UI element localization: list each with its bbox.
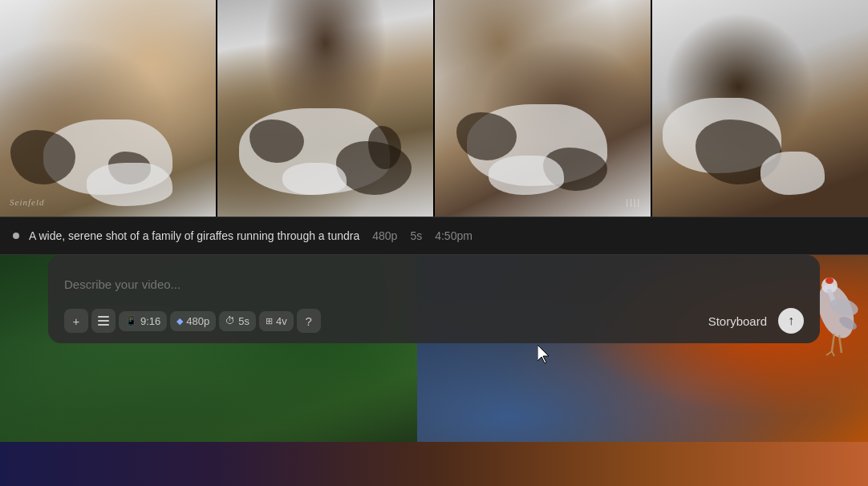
duration-button[interactable]: ⏱ 5s — [219, 311, 256, 331]
list-icon — [98, 314, 109, 328]
bottom-strip — [0, 442, 868, 486]
storyboard-label: Storyboard — [708, 314, 767, 328]
video-grid: Seinfeld |||| — [0, 0, 868, 217]
watermark-3: |||| — [627, 198, 641, 207]
video-cell-1: Seinfeld — [0, 0, 217, 217]
svg-rect-12 — [98, 324, 109, 326]
diamond-icon: ◆ — [176, 316, 183, 326]
caption-resolution: 480p — [372, 229, 397, 242]
caption-time: 4:50pm — [435, 229, 473, 242]
svg-point-2 — [825, 277, 834, 284]
variants-label: 4v — [276, 315, 287, 327]
question-icon: ? — [306, 314, 312, 328]
duration-label: 5s — [238, 315, 249, 327]
svg-line-6 — [832, 334, 834, 351]
svg-line-9 — [832, 351, 834, 356]
svg-line-8 — [826, 351, 832, 355]
caption-dot — [13, 233, 19, 239]
video-cell-4 — [652, 0, 868, 217]
clock-icon: ⏱ — [225, 315, 235, 326]
svg-rect-11 — [98, 320, 109, 322]
mobile-icon: 📱 — [125, 315, 137, 326]
watermark-1: Seinfeld — [10, 197, 44, 207]
caption-duration: 5s — [410, 229, 422, 242]
submit-button[interactable]: ↑ — [778, 308, 804, 334]
caption-text: A wide, serene shot of a family of giraf… — [29, 229, 359, 242]
svg-rect-10 — [98, 316, 109, 318]
toolbar: + 📱 9:16 ◆ 480p ⏱ 5s ⊞ 4v — [64, 308, 804, 334]
caption-bar: A wide, serene shot of a family of giraf… — [0, 217, 868, 255]
aspect-ratio-label: 9:16 — [140, 315, 160, 327]
list-button[interactable] — [91, 309, 116, 333]
help-button[interactable]: ? — [297, 309, 321, 333]
video-cell-3: |||| — [435, 0, 652, 217]
add-button[interactable]: + — [64, 309, 88, 333]
grid-icon: ⊞ — [266, 316, 273, 326]
video-description-input[interactable] — [64, 268, 804, 300]
storyboard-button[interactable]: Storyboard — [700, 310, 775, 333]
video-cell-2 — [217, 0, 435, 217]
quality-label: 480p — [186, 315, 209, 327]
submit-icon: ↑ — [788, 314, 794, 328]
quality-button[interactable]: ◆ 480p — [170, 311, 216, 331]
variants-button[interactable]: ⊞ 4v — [259, 311, 294, 331]
plus-icon: + — [73, 314, 80, 328]
input-container: + 📱 9:16 ◆ 480p ⏱ 5s ⊞ 4v — [48, 255, 820, 343]
aspect-ratio-button[interactable]: 📱 9:16 — [119, 311, 167, 331]
